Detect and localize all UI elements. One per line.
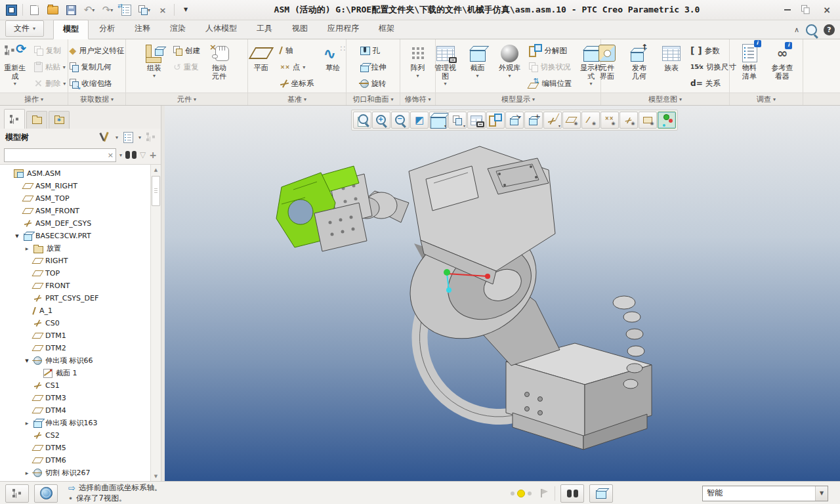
redo-button[interactable]: ↷▾ <box>100 3 115 17</box>
tab-5[interactable]: 工具 <box>247 20 282 39</box>
tree-item[interactable]: ▶放置 <box>0 242 150 255</box>
model-tree-tab[interactable] <box>4 109 25 129</box>
graphics-viewport[interactable]: +−◩▾▾↘+╱▾◉⁄◉××◉◉◉ <box>165 106 840 481</box>
publish-geometry-button[interactable]: ↑发布几何 <box>624 41 654 92</box>
tree-item[interactable]: CS1 <box>0 379 150 392</box>
section-button[interactable]: 截面▾ <box>463 41 493 92</box>
tree-item[interactable]: ▶切割 标识267 <box>0 467 150 479</box>
tab-0[interactable]: 模型 <box>53 20 89 39</box>
reference-viewer-button[interactable]: ∞参考查看器 <box>766 41 798 92</box>
flag-icon[interactable] <box>541 489 549 497</box>
axis-display-button[interactable]: ⁄◉ <box>581 112 600 129</box>
robot-model[interactable] <box>165 106 840 481</box>
shrinkwrap-button[interactable]: ↘收缩包络 <box>68 75 127 91</box>
datum-point-button[interactable]: ××点▾ <box>278 59 316 75</box>
point-display-button[interactable]: ××◉ <box>600 112 619 129</box>
folder-browser-tab[interactable] <box>26 111 47 129</box>
tree-item[interactable]: ASM_TOP <box>0 192 150 205</box>
ribbon-group-label[interactable]: 获取数据▾ <box>68 93 125 105</box>
tab-2[interactable]: 注释 <box>125 20 159 39</box>
tab-6[interactable]: 视图 <box>283 20 317 39</box>
exploded-view-button[interactable] <box>486 112 505 129</box>
scroll-up-icon[interactable]: ▲ <box>151 165 161 175</box>
edit-position-button[interactable]: ⇅编辑位置 <box>527 75 574 91</box>
new-file-button[interactable] <box>27 3 41 17</box>
tree-item[interactable]: ASM_FRONT <box>0 205 150 217</box>
find-icon[interactable] <box>125 151 136 159</box>
file-menu-button[interactable]: 文件 ▾ <box>5 20 44 37</box>
csys-display-button[interactable]: ◉ <box>620 112 638 129</box>
revolve-button[interactable]: 旋转 <box>358 75 388 91</box>
tree-item[interactable]: DTM4 <box>0 404 150 417</box>
datum-axis-button[interactable]: 轴 <box>278 43 316 58</box>
regenerate-button[interactable]: ⟳重新生成▾ <box>0 41 30 92</box>
expand-icon[interactable]: ▶ <box>24 421 30 425</box>
open-file-button[interactable] <box>45 3 60 17</box>
manage-views-button[interactable]: 管理视图▾ <box>430 41 461 92</box>
switch-status-button[interactable]: 切换状况 <box>527 59 574 75</box>
repaint-button[interactable]: ◩ <box>410 112 429 129</box>
tree-settings-icon[interactable] <box>100 132 110 142</box>
status-indicator[interactable] <box>507 490 536 497</box>
clear-search-icon[interactable]: × <box>108 151 114 159</box>
ribbon-group-label[interactable]: 模型意图▾ <box>601 93 729 105</box>
tree-item[interactable]: DTM6 <box>0 454 150 467</box>
appearance-gallery-button[interactable]: 外观库▾ <box>495 41 525 92</box>
tree-item[interactable]: ASM_RIGHT <box>0 180 150 192</box>
tree-item[interactable]: CS0 <box>0 317 150 329</box>
udf-button[interactable]: ◆用户定义特征 <box>68 43 127 58</box>
zoom-in-button[interactable]: + <box>372 112 390 129</box>
datum-display-filters-button[interactable]: ╱▾ <box>543 112 562 129</box>
perspective-button[interactable]: + <box>524 112 543 129</box>
tab-8[interactable]: 框架 <box>369 20 404 39</box>
plane-display-button[interactable]: ◉ <box>562 112 581 129</box>
tree-item[interactable]: PRT_CSYS_DEF <box>0 292 150 304</box>
collapse-ribbon-button[interactable]: ∧ <box>794 26 799 33</box>
windows-button[interactable]: ▾ <box>137 3 152 17</box>
tab-4[interactable]: 人体模型 <box>196 20 246 39</box>
ribbon-group-label[interactable]: 操作▾ <box>0 93 68 105</box>
close-window-button[interactable]: × <box>156 3 170 17</box>
drag-components-button[interactable]: ×拖动元件 <box>204 41 234 92</box>
tree-item[interactable]: DTM2 <box>0 342 150 354</box>
copy-geometry-button[interactable]: 复制几何 <box>68 59 127 75</box>
tree-item[interactable]: ▶伸出项 标识163 <box>0 417 150 429</box>
scroll-down-icon[interactable]: ▼ <box>151 471 161 481</box>
tree-item[interactable]: DTM5 <box>0 442 150 454</box>
ribbon-group-label[interactable]: 模型显示▾ <box>436 93 600 105</box>
favorites-tab[interactable]: * <box>49 111 70 129</box>
minimize-button[interactable] <box>781 5 794 15</box>
tree-item[interactable]: CS2 <box>0 429 150 442</box>
command-search-button[interactable] <box>806 24 817 35</box>
family-table-button[interactable]: 族表 <box>656 41 686 92</box>
extrude-button[interactable]: 拉伸 <box>358 59 388 75</box>
tree-item[interactable]: ASM_DEF_CSYS <box>0 217 150 230</box>
ribbon-group-label[interactable]: 基准▾ <box>248 93 346 105</box>
quick-access-menu-button[interactable]: ▼ <box>178 3 193 17</box>
save-button[interactable] <box>64 3 78 17</box>
tab-1[interactable]: 分析 <box>90 20 124 39</box>
tree-scrollbar[interactable]: ▲ ▼ <box>150 165 161 481</box>
saved-orientations-button[interactable]: ▾ <box>448 112 467 129</box>
assemble-button[interactable]: 组装▾ <box>139 41 169 92</box>
tree-item[interactable]: RIGHT <box>0 255 150 267</box>
ribbon-group-label[interactable]: 切口和曲面▾ <box>346 93 400 105</box>
expand-icon[interactable]: ▶ <box>24 471 30 475</box>
selection-filter-dropdown[interactable]: 智能 ▼ <box>702 486 828 501</box>
help-button[interactable]: ? <box>824 24 835 35</box>
create-component-button[interactable]: 创建 <box>171 43 202 58</box>
spin-center-button[interactable] <box>658 112 676 129</box>
refit-button[interactable] <box>353 112 371 129</box>
tree-item[interactable]: DTM3 <box>0 392 150 404</box>
undo-button[interactable]: ↶▾ <box>82 3 96 17</box>
ribbon-group-label[interactable]: 修饰符▾ <box>400 93 435 105</box>
tree-item[interactable]: ▼伸出项 标识66 <box>0 354 150 367</box>
paste-button[interactable]: 粘贴▾ <box>32 59 68 75</box>
bom-button[interactable]: 物料清单 <box>734 41 765 92</box>
pattern-button[interactable]: 阵列▾ <box>403 41 433 92</box>
tree-search-input[interactable] <box>7 150 108 159</box>
filter-funnel-icon[interactable]: ▽ <box>140 151 146 159</box>
tree-item[interactable]: 截面 1 <box>0 367 150 379</box>
view-manager-button[interactable] <box>467 112 486 129</box>
regenerate-manager-button[interactable]: ⇄ <box>119 3 133 17</box>
